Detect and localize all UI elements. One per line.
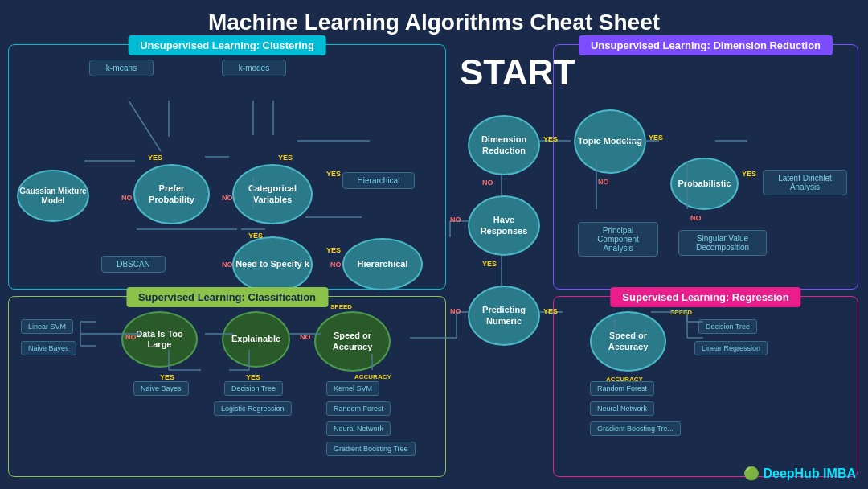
topic-modeling-node: Topic Modeling <box>574 109 646 174</box>
no-label-4: NO <box>330 261 342 269</box>
speed-label-class: SPEED <box>330 303 352 310</box>
need-specify-node: Need to Specify k <box>232 236 313 293</box>
k-modes-node: k-modes <box>222 60 286 76</box>
linear-svm-node: Linear SVM <box>21 319 73 334</box>
naive-bayes-top-node: Naive Bayes <box>21 341 76 355</box>
yes-label-class-1: YES <box>160 373 174 381</box>
yes-label-class-2: YES <box>246 373 260 381</box>
yes-label-4: YES <box>248 232 263 240</box>
no-prob: NO <box>690 214 702 222</box>
yes-tm: YES <box>649 134 663 142</box>
clustering-header: Unsupervised Learning: Clustering <box>128 35 326 55</box>
kernel-svm-node: Kernel SVM <box>326 381 379 396</box>
decision-tree-reg-node: Decision Tree <box>698 319 757 334</box>
yes-prob: YES <box>742 170 756 178</box>
watermark: 🟢 DeepHub IMBA <box>743 466 856 481</box>
hierarchical-bottom-node: Hierarchical <box>342 238 423 290</box>
yes-center-pred: YES <box>543 307 558 315</box>
classification-header: Supervised Learning: Classification <box>126 287 328 307</box>
latent-dirichlet-node: Latent Dirichlet Analysis <box>763 170 847 195</box>
clustering-section: Unsupervised Learning: Clustering k-mean… <box>8 44 446 290</box>
no-label-class-2: NO <box>300 333 311 341</box>
decision-tree-node: Decision Tree <box>224 381 283 396</box>
naive-bayes-bottom-node: Naive Bayes <box>133 381 189 396</box>
no-label-1: NO <box>121 194 133 202</box>
pca-node: Principal Component Analysis <box>578 222 658 257</box>
k-means-node: k-means <box>89 60 154 76</box>
prefer-prob-node: Prefer Probability <box>133 164 210 224</box>
dim-reduction-header: Unsupervised Learning: Dimension Reducti… <box>579 35 833 55</box>
wechat-icon: 🟢 <box>743 466 760 480</box>
dim-reduction-center: Dimension Reduction <box>468 115 540 175</box>
accuracy-reg: ACCURACY <box>606 376 643 383</box>
neural-net-reg-node: Neural Network <box>590 401 654 416</box>
no-label-3: NO <box>222 261 233 269</box>
yes-label-3: YES <box>326 170 341 178</box>
no-tm: NO <box>598 178 609 186</box>
regression-header: Supervised Learning: Regression <box>610 287 800 307</box>
have-responses-center: Have Responses <box>468 195 540 256</box>
random-forest-class-node: Random Forest <box>326 401 391 416</box>
logistic-reg-node: Logistic Regression <box>214 401 292 416</box>
speed-reg: SPEED <box>670 309 692 316</box>
classification-section: Supervised Learning: Classification Line… <box>8 296 446 477</box>
yes-center-resp: YES <box>482 260 497 268</box>
gradient-reg-node: Gradient Boosting Tre... <box>590 421 681 436</box>
yes-label-1: YES <box>148 154 162 162</box>
svd-node: Singular Value Decomposition <box>678 230 767 256</box>
watermark-text: DeepHub IMBA <box>763 466 856 480</box>
yes-center-dim: YES <box>543 135 558 143</box>
hierarchical-top-node: Hierarchical <box>342 172 415 189</box>
yes-label-2: YES <box>278 154 293 162</box>
categorical-node: Categorical Variables <box>232 164 313 224</box>
regression-section: Supervised Learning: Regression Speed or… <box>553 296 858 477</box>
no-label-class-1: NO <box>125 333 137 341</box>
no-label-2: NO <box>222 194 233 202</box>
random-forest-reg-node: Random Forest <box>590 381 654 396</box>
dim-reduction-section: Unsupervised Learning: Dimension Reducti… <box>553 44 858 290</box>
explainable-node: Explainable <box>222 311 290 368</box>
dbscan-node: DBSCAN <box>101 256 166 273</box>
yes-label-5: YES <box>326 246 341 254</box>
speed-accuracy-node: Speed or Accuracy <box>314 311 391 372</box>
predicting-numeric-center: Predicting Numeric <box>468 286 540 346</box>
accuracy-label-class: ACCURACY <box>354 373 391 380</box>
linear-reg-node: Linear Regression <box>694 341 768 355</box>
speed-accuracy-reg-node: Speed or Accuracy <box>590 311 666 372</box>
gaussian-node: Gaussian Mixture Model <box>17 170 89 222</box>
probabilistic-node: Probabilistic <box>670 158 739 210</box>
no-center-resp: NO <box>450 216 461 224</box>
no-center-pred: NO <box>450 307 461 315</box>
no-center-dim: NO <box>482 179 493 187</box>
gradient-class-node: Gradient Boosting Tree <box>326 442 416 456</box>
neural-net-class-node: Neural Network <box>326 421 391 436</box>
start-label: START <box>460 52 575 92</box>
